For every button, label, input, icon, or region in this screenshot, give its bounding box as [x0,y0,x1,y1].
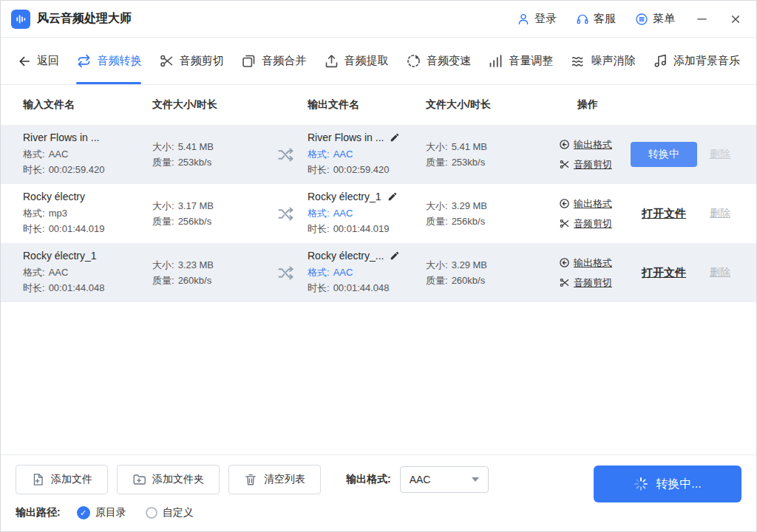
input-duration: 00:01:44.048 [49,280,105,296]
title-right: 登录 客服 菜单 [498,12,743,27]
tab-add-bgm[interactable]: 添加背景音乐 [653,38,740,84]
input-duration: 00:01:44.019 [49,221,105,236]
input-format: AAC [49,265,69,280]
output-format-value: AAC [410,474,431,485]
converting-button[interactable]: 转换中 [631,142,697,167]
audio-cut-link-label: 音频剪切 [574,276,612,290]
delete-link[interactable]: 删除 [710,266,730,279]
format-label: 格式: [23,205,45,221]
output-format-link[interactable]: 输出格式 [559,138,622,151]
add-file-button[interactable]: 添加文件 [16,465,108,494]
menu-button[interactable]: 菜单 [635,12,675,26]
output-file-name: Rocky électry_1 [308,191,381,202]
output-duration: 00:01:44.019 [333,221,390,236]
output-format-link-label: 输出格式 [574,197,612,211]
music-note-icon [653,53,668,69]
input-quality: 256kb/s [178,214,212,229]
output-quality: 256kb/s [452,214,486,229]
minimize-button[interactable] [694,12,709,27]
output-format-link-label: 输出格式 [574,256,612,270]
tab-label: 噪声消除 [591,54,636,68]
operations-cell: 输出格式 音频剪切 转换中 删除 [559,138,756,171]
delete-link[interactable]: 删除 [710,207,730,220]
output-file-name: River Flows in ... [308,132,384,143]
duration-label: 时长: [308,280,330,296]
quality-label: 质量: [152,273,174,288]
size-label: 大小: [152,139,174,154]
output-quality: 260kb/s [452,273,486,288]
delete-link[interactable]: 删除 [710,148,730,161]
convert-button[interactable]: 转换中... [594,466,741,502]
shuffle-icon [277,205,294,222]
back-button[interactable]: 返回 [17,38,59,84]
radio-original-directory[interactable]: ✓ 原目录 [77,506,126,519]
output-format-link[interactable]: 输出格式 [559,197,622,211]
merge-icon [241,53,257,69]
radio-original-label: 原目录 [95,506,126,519]
output-size-cell: 大小:5.41 MB 质量:253kb/s [426,139,559,170]
spinner-icon [634,477,648,491]
close-button[interactable] [728,12,743,27]
duration-label: 时长: [308,162,330,177]
input-file-name: Rocky électry_1 [23,250,152,262]
edit-name-icon[interactable] [390,250,400,261]
input-size-cell: 大小:3.23 MB 质量:260kb/s [152,257,263,288]
add-folder-label: 添加文件夹 [152,473,204,486]
trash-icon [244,473,257,486]
size-label: 大小: [426,198,448,214]
shuffle-icon [277,146,294,163]
quality-label: 质量: [426,273,448,288]
format-label: 格式: [23,146,45,162]
audio-cut-link[interactable]: 音频剪切 [559,158,622,171]
tab-label: 添加背景音乐 [673,54,740,68]
login-button[interactable]: 登录 [517,12,557,26]
size-label: 大小: [152,198,174,214]
tab-noise-removal[interactable]: 噪声消除 [571,38,636,84]
duration-label: 时长: [23,280,45,296]
format-label: 格式: [308,146,330,162]
customer-service-button[interactable]: 客服 [576,12,616,26]
output-format-icon [559,257,570,268]
input-file-cell: Rocky électry 格式:mp3 时长:00:01:44.019 [23,191,152,236]
edit-name-icon[interactable] [387,191,398,202]
back-label: 返回 [37,54,59,68]
col-header-input-size: 文件大小/时长 [152,98,263,112]
output-file-name: Rocky électry_... [308,250,384,262]
operations-cell: 输出格式 音频剪切 打开文件 删除 [559,197,756,231]
input-quality: 253kb/s [178,154,212,170]
edit-name-icon[interactable] [390,132,400,143]
noise-wave-icon [571,53,586,69]
tab-audio-speed[interactable]: 音频变速 [406,38,471,84]
app-title: 风云音频处理大师 [37,11,132,27]
tab-audio-merge[interactable]: 音频合并 [241,38,306,84]
audio-cut-link-label: 音频剪切 [574,158,612,171]
tab-label: 音频合并 [262,54,306,68]
login-label: 登录 [534,12,557,26]
convert-icon [76,53,92,69]
audio-cut-link-label: 音频剪切 [574,217,612,231]
headset-icon [576,13,589,26]
output-format-select[interactable]: AAC [400,466,489,493]
size-label: 大小: [426,257,448,273]
clear-list-label: 清空列表 [264,473,305,486]
open-file-link[interactable]: 打开文件 [642,266,686,280]
audio-cut-link[interactable]: 音频剪切 [559,276,622,290]
add-folder-button[interactable]: 添加文件夹 [117,465,220,494]
clear-list-button[interactable]: 清空列表 [228,465,321,494]
tab-audio-convert[interactable]: 音频转换 [76,38,141,84]
input-size-cell: 大小:3.17 MB 质量:256kb/s [152,198,263,229]
footer: 添加文件 添加文件夹 清空列表 输出格式: AAC [1,454,756,531]
tab-label: 音频变速 [427,54,471,68]
audio-cut-link[interactable]: 音频剪切 [559,217,622,231]
title-left: 风云音频处理大师 [11,10,132,29]
radio-custom-directory[interactable]: 自定义 [146,506,194,519]
input-size: 3.17 MB [178,198,214,214]
input-file-name: Rocky électry [23,191,152,202]
tab-audio-extract[interactable]: 音频提取 [324,38,389,84]
add-file-label: 添加文件 [51,473,92,486]
output-format-link[interactable]: 输出格式 [559,256,622,270]
open-file-link[interactable]: 打开文件 [642,207,686,221]
format-label: 格式: [308,205,330,221]
tab-audio-cut[interactable]: 音频剪切 [159,38,224,84]
tab-volume-adjust[interactable]: 音量调整 [488,38,553,84]
